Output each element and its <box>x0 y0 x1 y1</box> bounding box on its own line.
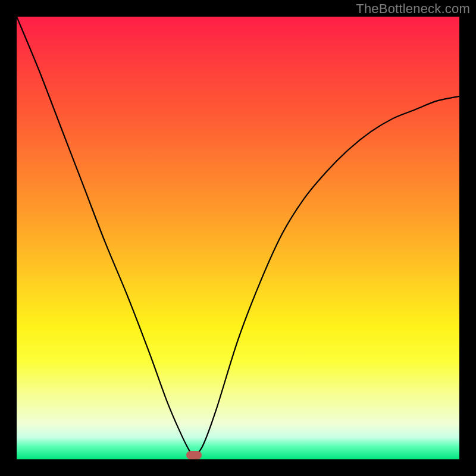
bottleneck-curve <box>17 17 459 459</box>
plot-area <box>17 17 459 459</box>
optimum-marker <box>186 451 202 459</box>
watermark-text: TheBottleneck.com <box>356 1 470 17</box>
chart-frame: TheBottleneck.com <box>0 0 476 476</box>
